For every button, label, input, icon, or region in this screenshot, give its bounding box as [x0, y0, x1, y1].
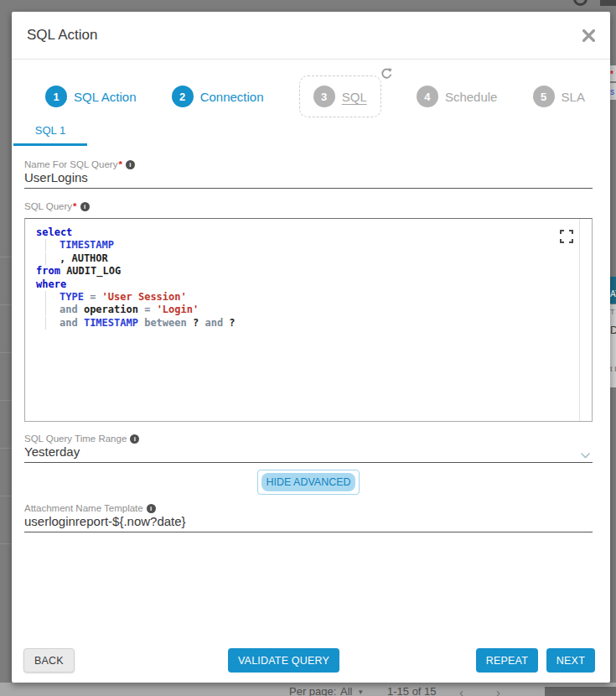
name-field-input[interactable]: UserLogins — [24, 170, 593, 189]
modal-footer: BACK VALIDATE QUERY REPEAT NEXT — [12, 648, 610, 673]
attachment-label: Attachment Name Template — [24, 503, 143, 513]
background-button-text: AT — [610, 289, 616, 299]
advanced-toggle-row: HIDE ADVANCED — [24, 470, 593, 495]
time-range-select[interactable]: Yesterday — [24, 444, 593, 463]
code-line: TIMESTAMP — [36, 239, 592, 252]
step-label: Connection — [200, 90, 264, 104]
step-4-schedule: 4Schedule — [417, 86, 498, 107]
sql-query-editor[interactable]: selectTIMESTAMP, AUTHORfrom AUDIT_LOGwhe… — [24, 218, 593, 422]
code-line: where — [36, 278, 592, 291]
next-button[interactable]: NEXT — [546, 648, 595, 673]
name-field-label-row: Name For SQL Query*i — [24, 159, 593, 169]
background-link-row: s — [610, 83, 616, 100]
step-3-sql: 3SQL — [313, 86, 367, 107]
query-field-label: SQL Query — [24, 201, 72, 211]
step-label: SLA — [562, 90, 585, 104]
back-button[interactable]: BACK — [23, 648, 75, 673]
repeat-button[interactable]: REPEAT — [476, 648, 538, 673]
pagination-range: 1-15 of 15 — [387, 685, 437, 696]
code-line: , AUTHOR — [36, 252, 592, 265]
background-search-icon — [573, 0, 588, 6]
per-page-label: Per page: — [289, 685, 336, 696]
background-dark-block — [545, 687, 616, 696]
background-da-text: DA — [610, 324, 616, 336]
time-range-label: SQL Query Time Range — [24, 434, 127, 444]
code-line: and TIMESTAMP between ? and ? — [36, 317, 592, 330]
sql-code[interactable]: selectTIMESTAMP, AUTHORfrom AUDIT_LOGwhe… — [25, 219, 592, 330]
hide-advanced-button[interactable]: HIDE ADVANCED — [257, 470, 359, 495]
background-required-row: * — [610, 65, 616, 81]
sql-action-modal: SQL Action 1SQL Action2Connection3SQL4Sc… — [12, 12, 610, 683]
step-number-badge: 5 — [533, 86, 555, 107]
code-line: and operation = 'Login' — [36, 304, 592, 316]
info-icon[interactable]: i — [80, 202, 90, 211]
background-button-fragment: AT — [610, 277, 616, 304]
modal-title: SQL Action — [27, 27, 97, 44]
step-label: SQL — [342, 90, 367, 104]
step-1-sql-action[interactable]: 1SQL Action — [45, 86, 137, 107]
fullscreen-expand-icon[interactable] — [560, 230, 573, 246]
background-top-strip — [0, 0, 616, 12]
pagination-prev-icon[interactable]: ‹ — [459, 685, 463, 696]
code-line: select — [36, 226, 592, 239]
required-asterisk: * — [610, 70, 613, 79]
step-2-connection[interactable]: 2Connection — [172, 86, 264, 107]
chevron-down-icon[interactable] — [580, 448, 591, 462]
background-pagination-bar: Per page: All ▾ 1-15 of 15 ‹ › — [0, 683, 616, 696]
attachment-label-row: Attachment Name Templatei — [24, 503, 593, 513]
time-range-label-row: SQL Query Time Rangei — [24, 434, 593, 444]
code-line: from AUDIT_LOG — [36, 265, 592, 278]
name-field-label: Name For SQL Query — [24, 159, 117, 169]
close-icon[interactable] — [582, 29, 595, 42]
tab-sql-1[interactable]: SQL 1 — [13, 118, 87, 146]
step-5-sla: 5SLA — [533, 86, 585, 107]
info-icon[interactable]: i — [126, 160, 135, 169]
background-left-strip — [0, 210, 12, 562]
step-label: Schedule — [445, 90, 498, 104]
validate-query-button[interactable]: VALIDATE QUERY — [228, 648, 339, 673]
required-asterisk: * — [73, 201, 76, 211]
step-number-badge: 4 — [417, 86, 438, 107]
editor-scrollbar-gutter — [579, 219, 580, 421]
background-corner-block — [600, 0, 616, 6]
modal-header: SQL Action — [12, 12, 610, 60]
code-line: TYPE = 'User Session' — [36, 291, 592, 304]
step-highlight-box: 3SQL — [299, 75, 381, 117]
required-asterisk: * — [118, 159, 122, 169]
background-bottom-text: t I — [610, 365, 616, 373]
attachment-name-input[interactable]: userloginreport-${.now?date} — [24, 514, 593, 532]
stepper: 1SQL Action2Connection3SQL4Schedule5SLA — [12, 76, 610, 117]
query-field-label-row: SQL Query*i — [24, 201, 593, 211]
background-panel-fragment: T DA t I — [610, 304, 616, 387]
per-page-dropdown-arrow-icon[interactable]: ▾ — [359, 688, 363, 696]
info-icon[interactable]: i — [147, 504, 156, 513]
background-right-strip: * s AT T DA t I — [610, 12, 616, 683]
step-number-badge: 2 — [172, 86, 194, 107]
per-page-select[interactable]: All — [340, 685, 352, 696]
step-number-badge: 1 — [45, 86, 67, 107]
step-label: SQL Action — [74, 90, 137, 104]
hide-advanced-label: HIDE ADVANCED — [261, 473, 355, 491]
background-link-text: s — [610, 87, 614, 96]
pagination-next-icon[interactable]: › — [496, 685, 500, 696]
refresh-icon[interactable] — [380, 66, 393, 83]
form-content: Name For SQL Query*i UserLogins SQL Quer… — [12, 159, 610, 532]
info-icon[interactable]: i — [130, 434, 139, 444]
background-small-text: T — [610, 308, 615, 316]
step-number-badge: 3 — [313, 86, 335, 107]
time-range-value: Yesterday — [24, 444, 80, 459]
